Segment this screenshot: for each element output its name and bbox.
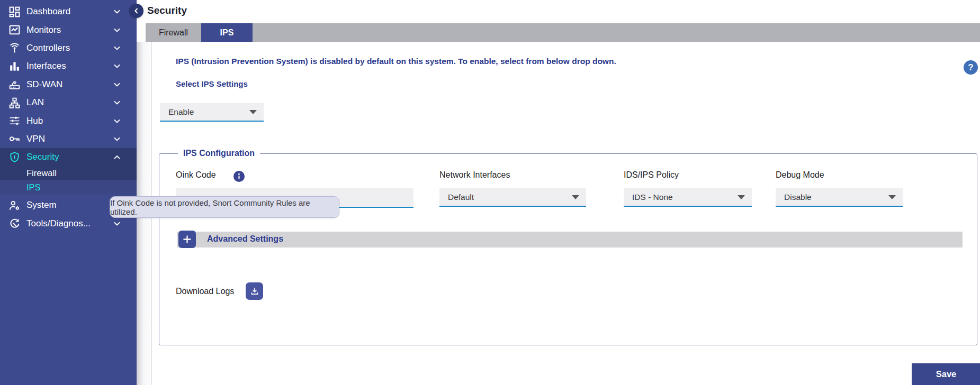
dashboard-icon <box>7 5 22 19</box>
tab-bar: Firewall IPS <box>146 23 980 42</box>
tools-icon <box>7 217 22 230</box>
dropdown-arrow-icon <box>738 195 745 199</box>
debug-mode-select[interactable]: Disable <box>776 188 903 207</box>
sidebar-item-security-firewall[interactable]: Firewall <box>0 166 137 180</box>
bar-chart-icon <box>7 60 22 73</box>
info-icon[interactable] <box>233 170 245 182</box>
dropdown-arrow-icon <box>249 110 257 114</box>
key-icon <box>7 132 22 145</box>
sidebar-item-controllers[interactable]: Controllers <box>0 39 137 57</box>
sidebar-item-sdwan[interactable]: SD-WAN <box>0 76 137 94</box>
sidebar-item-dashboard[interactable]: Dashboard <box>0 3 137 21</box>
sidebar-item-label: Hub <box>26 116 43 126</box>
sliders-icon <box>7 114 22 127</box>
advanced-settings-label: Advanced Settings <box>207 234 283 244</box>
expand-advanced-settings-button[interactable] <box>178 231 196 248</box>
chevron-down-icon <box>113 117 121 125</box>
sidebar-item-label: Firewall <box>26 168 57 178</box>
sidebar-item-label: Monitors <box>26 25 61 35</box>
sidebar-item-label: Security <box>26 152 59 162</box>
sidebar-item-label: SD-WAN <box>26 79 62 90</box>
router-icon <box>7 78 22 91</box>
ids-ips-policy-select[interactable]: IDS - None <box>624 188 752 207</box>
ips-settings-select[interactable]: Enable <box>160 103 264 122</box>
chevron-down-icon <box>113 7 121 16</box>
dropdown-arrow-icon <box>572 195 579 199</box>
chevron-down-icon <box>113 26 121 34</box>
ids-ips-policy-label: IDS/IPS Policy <box>624 170 679 180</box>
sidebar-item-label: IPS <box>26 182 41 192</box>
dropdown-arrow-icon <box>888 195 896 199</box>
sidebar-item-label: VPN <box>26 134 45 144</box>
sidebar-collapse-button[interactable] <box>129 4 143 18</box>
debug-mode-label: Debug Mode <box>776 170 824 180</box>
oink-code-tooltip: If Oink Code is not provided, Snort Comm… <box>110 196 339 218</box>
chevron-up-icon <box>113 153 121 161</box>
sidebar-item-label: LAN <box>26 97 44 108</box>
tab-firewall[interactable]: Firewall <box>146 23 201 42</box>
network-interfaces-label: Network Interfaces <box>439 170 510 180</box>
shield-icon <box>7 151 22 164</box>
network-icon <box>7 96 22 109</box>
ips-configuration-group <box>159 153 977 345</box>
page-title: Security <box>147 5 187 16</box>
save-button[interactable]: Save <box>912 363 980 385</box>
oink-code-label: Oink Code <box>176 170 216 180</box>
page-header <box>137 0 980 23</box>
download-logs-label: Download Logs <box>176 287 234 296</box>
monitors-icon <box>7 23 22 36</box>
sidebar-item-lan[interactable]: LAN <box>0 94 137 112</box>
chevron-down-icon <box>113 80 121 89</box>
ips-configuration-legend: IPS Configuration <box>178 149 260 158</box>
download-icon <box>249 286 260 297</box>
chevron-down-icon <box>113 135 121 143</box>
select-ips-settings-label: Select IPS Settings <box>176 79 248 88</box>
download-logs-button[interactable] <box>246 282 263 300</box>
sidebar-item-security[interactable]: Security <box>0 148 137 166</box>
sidebar: Dashboard Monitors Controllers <box>0 0 137 385</box>
sidebar-item-label: Interfaces <box>26 61 66 71</box>
sidebar-item-monitors[interactable]: Monitors <box>0 21 137 39</box>
chevron-down-icon <box>113 44 121 52</box>
network-interfaces-value: Default <box>439 188 586 206</box>
chevron-down-icon <box>113 62 121 70</box>
sidebar-item-security-ips[interactable]: IPS <box>0 180 137 195</box>
app: Dashboard Monitors Controllers <box>0 0 980 385</box>
sidebar-item-vpn[interactable]: VPN <box>0 130 137 148</box>
sidebar-item-label: Controllers <box>26 43 70 53</box>
help-button[interactable]: ? <box>964 60 978 75</box>
chevron-down-icon <box>113 98 121 107</box>
ids-ips-policy-value: IDS - None <box>624 188 752 206</box>
chevron-left-icon <box>132 6 141 15</box>
sidebar-item-interfaces[interactable]: Interfaces <box>0 57 137 75</box>
system-icon <box>7 199 22 212</box>
chevron-down-icon <box>113 219 121 228</box>
sidebar-item-hub[interactable]: Hub <box>0 112 137 130</box>
ips-intro-text: IPS (Intrusion Prevention System) is dis… <box>176 57 616 66</box>
antenna-icon <box>7 41 22 54</box>
sidebar-section-security: Security Firewall IPS <box>0 148 137 195</box>
plus-icon <box>182 234 193 245</box>
debug-mode-value: Disable <box>776 188 903 206</box>
sidebar-item-label: Tools/Diagnos... <box>26 218 91 229</box>
tab-ips[interactable]: IPS <box>201 23 253 42</box>
sidebar-item-label: Dashboard <box>26 6 70 17</box>
advanced-settings-bar[interactable] <box>177 232 963 248</box>
ips-settings-value: Enable <box>160 103 264 121</box>
sidebar-item-label: System <box>26 200 57 210</box>
network-interfaces-select[interactable]: Default <box>439 188 586 207</box>
